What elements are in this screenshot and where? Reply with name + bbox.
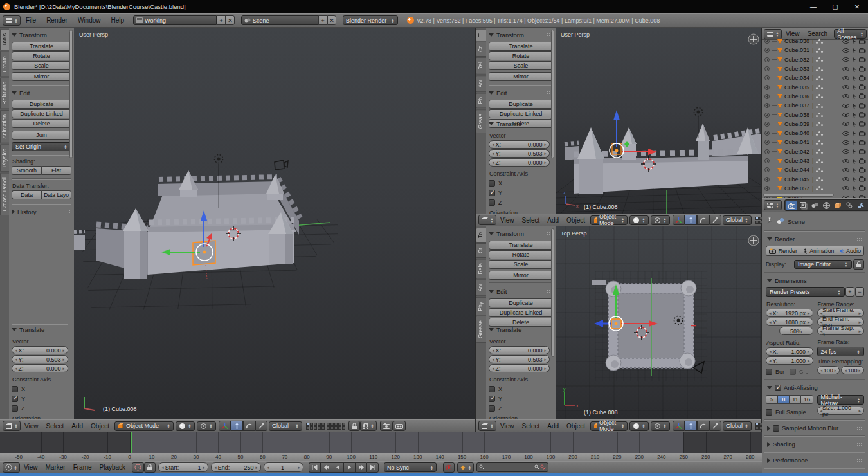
full-sample-checkbox[interactable]: Full Sample bbox=[766, 407, 813, 417]
render-still-button[interactable] bbox=[380, 421, 393, 431]
render-presets-selector[interactable]: Render Presets bbox=[766, 287, 845, 297]
animation-button[interactable]: Animation bbox=[800, 246, 836, 256]
button-scale[interactable]: Scale bbox=[12, 61, 71, 70]
visibility-eye-icon[interactable] bbox=[842, 139, 849, 146]
mode-selector[interactable]: Object Mode bbox=[590, 421, 628, 431]
expand-icon[interactable] bbox=[764, 57, 770, 62]
snap-magnet-button[interactable] bbox=[360, 421, 377, 431]
button-translate[interactable]: Translate bbox=[489, 241, 553, 250]
shelf-tab-phy[interactable]: Phy bbox=[476, 297, 486, 316]
panel-header-shading[interactable]: Shading bbox=[763, 439, 867, 449]
renderability-camera-icon[interactable] bbox=[859, 158, 866, 165]
shelf-scrollbar[interactable] bbox=[551, 30, 554, 158]
keying-set-selector[interactable] bbox=[457, 462, 474, 473]
button-data[interactable]: Data bbox=[12, 190, 41, 199]
display-selector[interactable]: Image Editor bbox=[794, 260, 852, 269]
outliner-row[interactable]: Cube.038| bbox=[762, 110, 868, 119]
add-preset-button[interactable]: + bbox=[845, 287, 854, 297]
add-layout-button[interactable]: + bbox=[217, 15, 226, 25]
button-flat[interactable]: Flat bbox=[41, 166, 71, 175]
view-menu-object[interactable]: Object bbox=[563, 217, 589, 224]
manipulator-scale-button[interactable] bbox=[709, 421, 721, 431]
manipulator-translate-button[interactable] bbox=[685, 215, 697, 225]
shelf-tab-relations[interactable]: Relations bbox=[0, 77, 9, 109]
view-menu-object[interactable]: Object bbox=[87, 423, 113, 430]
outliner-row[interactable]: Cube.039| bbox=[762, 120, 868, 129]
shelf-tab-rela[interactable]: Rela bbox=[476, 259, 486, 279]
screen-layout-selector[interactable]: Working bbox=[133, 15, 217, 25]
viewport-main[interactable]: User Persp(1) Cube.008 bbox=[74, 28, 475, 419]
button-mirror[interactable]: Mirror bbox=[12, 72, 71, 81]
visibility-eye-icon[interactable] bbox=[842, 47, 849, 54]
constraint-axis-y[interactable]: Y bbox=[489, 188, 550, 197]
expand-icon[interactable] bbox=[764, 158, 770, 163]
manipulator-scale-button[interactable] bbox=[709, 215, 721, 225]
jump-end-button[interactable] bbox=[366, 462, 379, 473]
aa-samples-5[interactable]: 5 bbox=[766, 395, 777, 404]
aa-samples-11[interactable]: 11 bbox=[789, 395, 800, 404]
manipulator-axes-button[interactable] bbox=[673, 421, 685, 431]
manipulator-scale-button[interactable] bbox=[255, 421, 267, 431]
render-tab[interactable] bbox=[786, 201, 797, 210]
aspect-x-field[interactable]: ◂X:1.000▸ bbox=[766, 347, 813, 356]
button-scale[interactable]: Scale bbox=[489, 260, 553, 269]
resolution-percentage-field[interactable]: 50% bbox=[779, 327, 813, 335]
maximize-button[interactable]: ▢ bbox=[824, 0, 846, 13]
vector-field-z[interactable]: ◂Z:0.000▸ bbox=[12, 364, 68, 372]
renderability-camera-icon[interactable] bbox=[859, 102, 866, 109]
editor-type-button[interactable] bbox=[3, 462, 20, 473]
selectability-cursor-icon[interactable] bbox=[851, 167, 858, 174]
lock-icon[interactable] bbox=[348, 421, 360, 431]
outliner-row[interactable]: Cube.030| bbox=[762, 37, 868, 46]
resolution-y-field[interactable]: ◂Y:1080 px▸ bbox=[766, 318, 813, 326]
expand-icon[interactable] bbox=[764, 177, 770, 182]
vector-field-z[interactable]: ◂Z:0.000▸ bbox=[489, 364, 550, 372]
constraint-axis-z[interactable]: Z bbox=[489, 403, 550, 413]
editor-type-button[interactable] bbox=[478, 421, 496, 431]
vector-field-x[interactable]: ◂X:0.000▸ bbox=[489, 140, 550, 149]
outliner-row[interactable]: Cube.035| bbox=[762, 82, 868, 91]
render-layers-tab[interactable] bbox=[798, 201, 809, 210]
button-translate[interactable]: Translate bbox=[489, 42, 553, 51]
render-anim-button[interactable] bbox=[393, 421, 406, 431]
renderability-camera-icon[interactable] bbox=[859, 120, 866, 127]
shelf-tab-t[interactable]: T bbox=[476, 29, 486, 41]
close-button[interactable]: ✕ bbox=[846, 0, 868, 13]
visibility-eye-icon[interactable] bbox=[842, 66, 849, 73]
selectability-cursor-icon[interactable] bbox=[851, 56, 858, 63]
timeline-playhead[interactable] bbox=[131, 432, 132, 453]
view-menu-add[interactable]: Add bbox=[543, 217, 563, 224]
visibility-eye-icon[interactable] bbox=[842, 120, 849, 127]
outliner-row[interactable]: Cube.041| bbox=[762, 138, 868, 147]
visibility-eye-icon[interactable] bbox=[842, 176, 849, 183]
button-join[interactable]: Join bbox=[12, 131, 71, 140]
renderability-camera-icon[interactable] bbox=[859, 111, 866, 118]
renderability-camera-icon[interactable] bbox=[859, 47, 866, 54]
renderability-camera-icon[interactable] bbox=[859, 66, 866, 73]
outliner-hscrollbar[interactable] bbox=[763, 194, 834, 197]
remap-new-field[interactable]: ◂100▸ bbox=[841, 366, 864, 374]
remove-preset-button[interactable]: − bbox=[855, 287, 864, 297]
start-frame-field[interactable]: ◂Start:1▸ bbox=[158, 462, 208, 472]
outliner-row[interactable]: Cube.031| bbox=[762, 46, 868, 55]
vector-field-y[interactable]: ◂Y:-0.503▸ bbox=[489, 149, 550, 158]
scene-tab[interactable] bbox=[809, 201, 820, 210]
selectability-cursor-icon[interactable] bbox=[851, 176, 858, 183]
button-rotate[interactable]: Rotate bbox=[12, 51, 71, 60]
visibility-eye-icon[interactable] bbox=[842, 93, 849, 100]
timeline-menu-view[interactable]: View bbox=[20, 464, 42, 471]
manipulator-translate-button[interactable] bbox=[231, 421, 243, 431]
border-checkbox[interactable]: Bor bbox=[766, 367, 784, 376]
timeline-keyframe-area[interactable] bbox=[0, 432, 762, 453]
panel-header-transform[interactable]: Transform bbox=[489, 229, 553, 238]
view-menu-view[interactable]: View bbox=[496, 217, 518, 224]
constraint-axis-x[interactable]: X bbox=[489, 384, 550, 394]
expand-icon[interactable] bbox=[764, 103, 770, 108]
renderability-camera-icon[interactable] bbox=[859, 56, 866, 63]
button-delete[interactable]: Delete bbox=[12, 119, 71, 128]
panel-header-transform[interactable]: Transform bbox=[489, 30, 553, 39]
panel-checkbox[interactable] bbox=[775, 385, 781, 391]
close-layout-button[interactable]: ✕ bbox=[226, 15, 235, 25]
outliner-row[interactable]: Cube.045| bbox=[762, 174, 868, 183]
outliner-row[interactable]: Cube.037| bbox=[762, 101, 868, 110]
